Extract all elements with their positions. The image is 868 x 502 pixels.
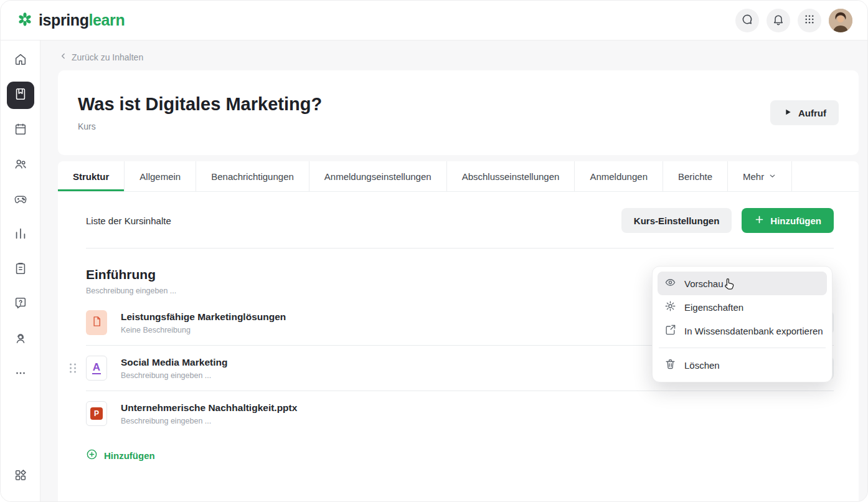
content-item-description: Keine Beschreibung	[121, 326, 286, 334]
menu-item-vorschau[interactable]: Vorschau	[658, 272, 827, 295]
menu-divider	[659, 348, 826, 348]
sidebar-item-tasks[interactable]	[7, 256, 34, 283]
content-item-text[interactable]: Unternehmerische Nachhaltigkeit.pptx Bes…	[121, 402, 297, 425]
tab-benachrichtigungen[interactable]: Benachrichtigungen	[196, 161, 309, 191]
content-item-text[interactable]: Social Media Marketing Beschreibung eing…	[121, 357, 227, 380]
breadcrumb-back[interactable]: Zurück zu Inhalten	[59, 52, 143, 62]
mentoring-icon	[14, 331, 27, 348]
tab-label: Benachrichtigungen	[211, 171, 294, 182]
notifications-button[interactable]	[767, 9, 790, 32]
more-icon	[14, 366, 27, 382]
sidebar-item-reports[interactable]	[7, 221, 34, 249]
tab-berichte[interactable]: Berichte	[663, 161, 727, 191]
content-item-icon-article[interactable]: A	[86, 356, 107, 381]
course-header-card: Was ist Digitales Marketing? Kurs Aufruf	[58, 70, 859, 155]
launch-course-button[interactable]: Aufruf	[770, 100, 839, 125]
content-item-icon-page[interactable]	[86, 310, 107, 335]
tab-allgemein[interactable]: Allgemein	[124, 161, 196, 191]
sidebar-item-calendar[interactable]	[7, 116, 34, 144]
content-item-icon-powerpoint[interactable]: P	[86, 401, 107, 426]
play-icon	[783, 107, 793, 119]
sidebar-item-courses[interactable]	[7, 82, 34, 109]
gamification-icon	[14, 192, 27, 208]
menu-item-label: Löschen	[684, 360, 720, 371]
apps-launcher-button[interactable]	[798, 9, 821, 32]
courses-icon	[14, 87, 27, 103]
powerpoint-icon: P	[90, 407, 103, 420]
breadcrumb-label: Zurück zu Inhalten	[72, 52, 143, 62]
topbar: ispringlearn	[1, 1, 867, 40]
widgets-icon	[14, 468, 27, 485]
trash-icon	[664, 358, 676, 372]
course-settings-label: Kurs-Einstellungen	[634, 215, 720, 226]
app-window: ispringlearn	[0, 0, 868, 502]
content-item-title[interactable]: Leistungsfähige Marketinglösungen	[121, 311, 286, 323]
comments-button[interactable]	[735, 9, 759, 32]
app-grid-icon	[804, 14, 815, 27]
tab-abschlusseinstellungen[interactable]: Abschlusseinstellungen	[446, 161, 575, 191]
tab-label: Abschlusseinstellungen	[462, 171, 560, 182]
sidebar-item-more[interactable]	[7, 361, 34, 388]
content-item-title[interactable]: Social Media Marketing	[121, 357, 227, 368]
sidebar-item-people[interactable]	[7, 151, 34, 179]
content-item-description: Beschreibung eingeben ...	[121, 417, 297, 425]
drag-handle[interactable]	[70, 364, 76, 373]
toolbar-actions: Kurs-Einstellungen Hinzufügen	[621, 208, 834, 233]
content-item-description: Beschreibung eingeben ...	[121, 371, 227, 380]
add-content-label: Hinzufügen	[770, 215, 821, 226]
tasks-icon	[14, 262, 27, 278]
add-item-label: Hinzufügen	[104, 450, 155, 461]
menu-item-export[interactable]: In Wissensdatenbank exportieren	[658, 319, 827, 343]
chevron-down-icon	[768, 171, 776, 182]
content-item-text[interactable]: Leistungsfähige Marketinglösungen Keine …	[121, 311, 286, 334]
tab-label: Struktur	[73, 171, 109, 182]
home-icon	[14, 52, 27, 69]
brand-text: ispringlearn	[39, 11, 125, 29]
tab-anmeldungseinstellungen[interactable]: Anmeldungseinstellungen	[309, 161, 446, 191]
brand-text-ispring: ispring	[39, 11, 89, 29]
content-toolbar: Liste der Kursinhalte Kurs-Einstellungen…	[58, 192, 859, 248]
list-title: Liste der Kursinhalte	[86, 215, 171, 226]
menu-item-loeschen[interactable]: Löschen	[658, 353, 827, 377]
menu-item-eigenschaften[interactable]: Eigenschaften	[658, 295, 827, 319]
sidebar-item-mentoring[interactable]	[7, 326, 34, 353]
gear-icon	[664, 300, 676, 314]
calendar-icon	[14, 122, 27, 138]
sidebar	[1, 40, 40, 502]
course-header-text: Was ist Digitales Marketing? Kurs	[78, 94, 322, 131]
content-item-title[interactable]: Unternehmerische Nachhaltigkeit.pptx	[121, 402, 297, 414]
launch-course-label: Aufruf	[798, 108, 826, 118]
page-title: Was ist Digitales Marketing?	[78, 94, 322, 115]
user-avatar[interactable]	[829, 9, 852, 32]
tab-label: Berichte	[678, 171, 712, 182]
course-type-label: Kurs	[78, 121, 322, 131]
sidebar-item-home[interactable]	[7, 47, 34, 74]
hand-cursor-icon	[724, 278, 735, 292]
tab-anmeldungen[interactable]: Anmeldungen	[574, 161, 663, 191]
tab-label: Anmeldungen	[590, 171, 648, 182]
export-icon	[664, 324, 676, 338]
plus-icon	[754, 214, 765, 227]
add-item-link[interactable]: Hinzufügen	[86, 448, 155, 462]
brand-logo[interactable]: ispringlearn	[17, 11, 125, 30]
tab-struktur[interactable]: Struktur	[58, 161, 124, 191]
ispring-flower-icon	[17, 11, 33, 30]
menu-item-label: In Wissensdatenbank exportieren	[684, 326, 823, 336]
tab-mehr[interactable]: Mehr	[727, 161, 792, 191]
tab-label: Allgemein	[139, 171, 181, 182]
sidebar-item-gamification[interactable]	[7, 186, 34, 214]
tab-label: Mehr	[743, 171, 764, 182]
sidebar-item-widgets[interactable]	[7, 463, 34, 490]
chevron-left-icon	[59, 52, 68, 62]
sidebar-item-discussions[interactable]	[7, 291, 34, 318]
reports-icon	[14, 227, 27, 243]
menu-item-label: Vorschau	[684, 278, 724, 289]
tab-bar: Struktur Allgemein Benachrichtigungen An…	[58, 161, 859, 192]
discussions-icon	[14, 296, 27, 313]
menu-item-label: Eigenschaften	[684, 302, 743, 313]
item-context-menu: Vorschau Eigenschaften In Wissensdatenba…	[652, 266, 833, 382]
add-content-button[interactable]: Hinzufügen	[742, 208, 834, 233]
course-settings-button[interactable]: Kurs-Einstellungen	[621, 208, 732, 233]
article-letter-icon: A	[92, 362, 101, 374]
page-icon	[91, 315, 103, 331]
